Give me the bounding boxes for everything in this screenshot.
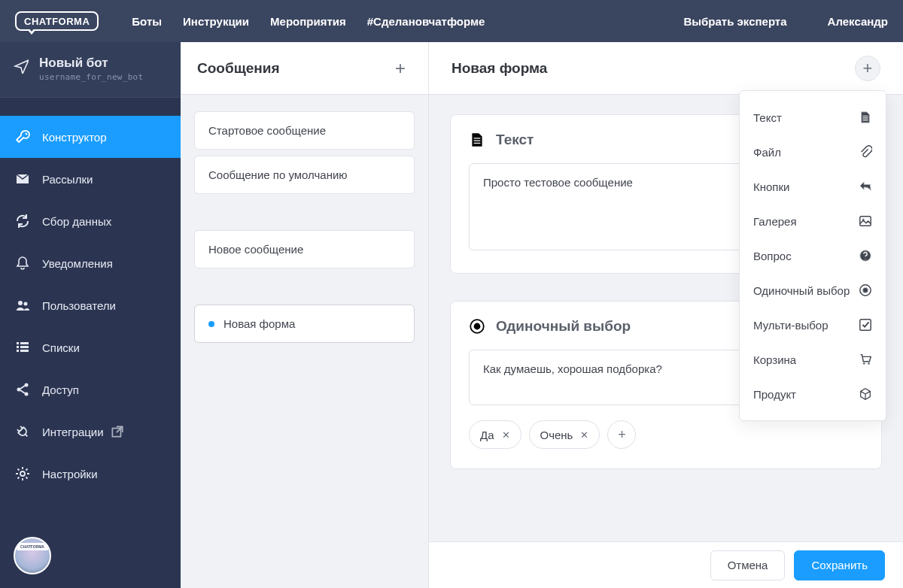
messages-list: Стартовое сообщение Сообщение по умолчан… [181,95,428,359]
mail-icon [15,171,30,186]
logo[interactable]: CHATFORMA [15,11,99,31]
sidebar-label: Конструктор [42,131,107,144]
menu-label: Продукт [753,388,796,401]
nav-instructions[interactable]: Инструкции [183,15,249,28]
sidebar-integrations[interactable]: Интеграции [0,411,181,453]
sidebar-label: Интеграции [42,426,104,438]
add-option-button[interactable]: + [607,420,636,449]
avatar[interactable]: CHATFORMA [14,537,51,574]
sidebar-lists[interactable]: Списки [0,326,181,368]
messages-column: Сообщения + Стартовое сообщение Сообщени… [181,42,429,588]
bot-username: username_for_new_bot [39,72,143,82]
menu-item-question[interactable]: Вопрос [740,238,886,273]
sidebar-users[interactable]: Пользователи [0,284,181,326]
sidebar: Новый бот username_for_new_bot Конструкт… [0,42,181,588]
bot-header[interactable]: Новый бот username_for_new_bot [0,42,181,98]
sidebar-label: Пользователи [42,299,116,312]
avatar-banner: CHATFORMA [17,543,48,550]
option-chip[interactable]: Да ✕ [469,420,521,449]
menu-label: Вопрос [753,250,792,262]
gear-icon [15,466,30,481]
sidebar-constructor[interactable]: Конструктор [0,116,181,158]
menu-item-file[interactable]: Файл [740,135,886,169]
message-card-form[interactable]: Новая форма [194,305,415,343]
nav-hashtag[interactable]: #Сделановчатформе [367,15,485,28]
sidebar-settings[interactable]: Настройки [0,453,181,495]
radio-icon [469,318,485,335]
options-row: Да ✕ Очень ✕ + [469,420,863,449]
doc-icon [859,111,872,124]
sidebar-label: Списки [42,341,80,354]
send-icon [14,59,29,74]
sidebar-label: Рассылки [42,173,93,186]
users-icon [15,298,30,313]
remove-icon[interactable]: ✕ [580,429,588,441]
messages-header: Сообщения + [181,42,428,95]
menu-item-cart[interactable]: Корзина [740,342,886,377]
sidebar-data[interactable]: Сбор данных [0,200,181,242]
clip-icon [859,145,872,159]
save-button[interactable]: Сохранить [794,550,885,580]
add-block-button[interactable]: + [855,56,880,81]
menu-item-multi[interactable]: Мульти-выбор [740,308,886,342]
form-header: Новая форма + [429,42,903,95]
menu-label: Одиночный выбор [753,284,850,297]
plug-icon [15,424,30,439]
block-title: Одиночный выбор [496,318,631,335]
logo-text: CHATFORMA [24,16,90,27]
chip-label: Да [480,429,494,441]
menu-item-buttons[interactable]: Кнопки [740,169,886,204]
bot-title: Новый бот [39,56,143,71]
form-title: Новая форма [451,60,547,77]
menu-label: Галерея [753,215,797,228]
refresh-icon [15,214,30,229]
nav-bots[interactable]: Боты [132,15,162,28]
message-label: Новое сообщение [208,243,303,256]
message-card-new[interactable]: Новое сообщение [194,230,415,268]
menu-item-text[interactable]: Текст [740,100,886,135]
nav-expert[interactable]: Выбрать эксперта [683,15,786,28]
doc-icon [469,132,485,148]
check-icon [859,318,872,332]
external-icon [110,424,125,439]
sidebar-access[interactable]: Доступ [0,368,181,411]
list-icon [15,340,30,355]
message-card-start[interactable]: Стартовое сообщение [194,111,415,150]
menu-item-single[interactable]: Одиночный выбор [740,273,886,308]
button-label: Отмена [728,559,768,571]
reply-icon [859,180,872,193]
share-icon [15,382,30,397]
menu-item-gallery[interactable]: Галерея [740,204,886,238]
sidebar-notifications[interactable]: Уведомления [0,242,181,284]
cancel-button[interactable]: Отмена [710,550,786,580]
message-card-default[interactable]: Сообщение по умолчанию [194,156,415,194]
footer: Отмена Сохранить [429,541,903,588]
sidebar-label: Уведомления [42,257,113,270]
nav-events[interactable]: Мероприятия [270,15,346,28]
nav-user[interactable]: Александр [828,15,888,28]
sidebar-label: Сбор данных [42,215,111,228]
button-label: Сохранить [811,559,868,571]
menu-item-product[interactable]: Продукт [740,377,886,411]
option-chip[interactable]: Очень ✕ [529,420,600,449]
messages-title: Сообщения [197,60,280,77]
radio-icon [859,283,872,297]
block-title: Текст [496,132,534,148]
message-label: Сообщение по умолчанию [208,168,348,181]
menu-label: Текст [753,111,782,124]
nav-links: Боты Инструкции Мероприятия #Сделановчат… [132,15,485,28]
sidebar-label: Настройки [42,468,98,480]
add-message-button[interactable]: + [389,57,412,80]
sidebar-nav: Конструктор Рассылки Сбор данных Уведомл… [0,98,181,513]
sidebar-broadcasts[interactable]: Рассылки [0,158,181,200]
bell-icon [15,256,30,271]
menu-label: Мульти-выбор [753,319,829,332]
image-icon [859,214,872,228]
sidebar-label: Доступ [42,383,79,396]
chip-label: Очень [540,429,573,441]
top-nav: CHATFORMA Боты Инструкции Мероприятия #С… [0,0,903,42]
help-icon [859,249,872,262]
remove-icon[interactable]: ✕ [502,429,510,441]
wrench-icon [15,129,30,144]
message-label: Новая форма [223,317,295,330]
